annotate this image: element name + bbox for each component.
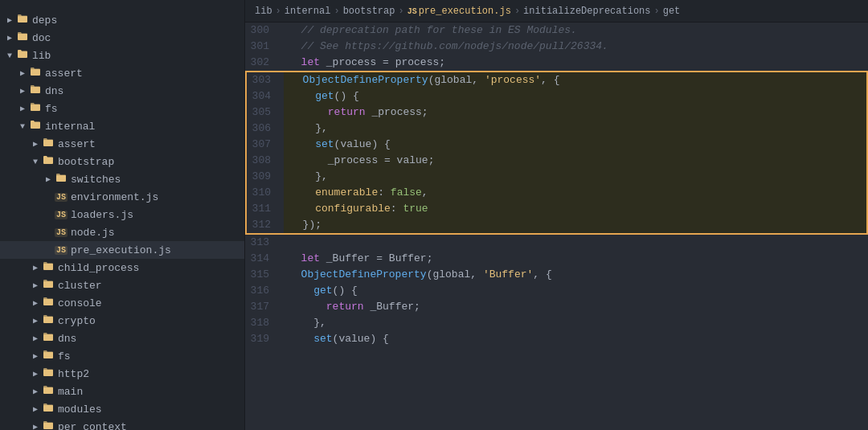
svg-rect-7 (43, 140, 53, 146)
svg-rect-15 (43, 352, 53, 358)
folder-arrow-icon (29, 139, 42, 149)
token-comment: // deprecation path for these in ES Modu… (289, 24, 577, 36)
tree-item-per-context[interactable]: per_context (0, 418, 244, 430)
line-content: }, (284, 169, 866, 185)
folder-icon (42, 313, 55, 328)
token-plain: _Buffer; (364, 301, 420, 313)
file-tree: depsdoclibassertdnsfsinternalassertboots… (0, 11, 244, 430)
folder-arrow-icon (29, 422, 42, 430)
tree-item-main[interactable]: main (0, 383, 244, 400)
folder-icon (29, 101, 42, 116)
tree-item-label: http2 (58, 368, 89, 380)
token-plain: : (391, 203, 403, 215)
svg-rect-4 (31, 87, 40, 93)
svg-rect-14 (43, 334, 53, 341)
folder-icon (42, 260, 55, 275)
line-number: 312 (247, 217, 284, 233)
folder-arrow-icon (42, 174, 55, 184)
tree-item-fs[interactable]: fs (0, 100, 244, 117)
tree-item-label: internal (45, 121, 95, 133)
svg-rect-13 (43, 317, 53, 323)
token-plain: global, (434, 74, 484, 86)
token-plain: _process = process; (320, 56, 445, 68)
breadcrumb-separator: › (398, 6, 403, 17)
code-line: 315 ObjectDefineProperty(global, 'Buffer… (245, 267, 868, 283)
folder-icon (16, 48, 29, 63)
folder-arrow-icon (16, 68, 29, 78)
line-content: get() { (284, 88, 866, 104)
tree-item-http2[interactable]: http2 (0, 365, 244, 383)
token-plain: global, (432, 268, 482, 281)
js-file-icon: JS (55, 227, 68, 237)
code-area[interactable]: 300 // deprecation path for these in ES … (245, 23, 868, 430)
code-line: 319 set(value) { (245, 331, 868, 347)
token-plain: _process; (366, 106, 428, 118)
tree-item-lib-fs[interactable]: fs (0, 347, 244, 365)
code-line: 312 }); (245, 217, 868, 235)
line-content: let _Buffer = Buffer; (282, 251, 868, 267)
folder-arrow-icon (16, 86, 29, 96)
breadcrumb-separator: › (654, 6, 660, 17)
tree-item-lib[interactable]: lib (0, 47, 244, 64)
folder-icon (29, 66, 42, 80)
line-content: enumerable: false, (284, 185, 866, 201)
tree-item-switches[interactable]: switches (0, 170, 244, 188)
tree-item-modules[interactable]: modules (0, 400, 244, 418)
line-number: 304 (247, 88, 284, 104)
line-number: 308 (247, 153, 284, 169)
folder-icon (42, 278, 55, 293)
code-line: 314 let _Buffer = Buffer; (245, 251, 868, 267)
token-value: true (403, 203, 428, 215)
tree-item-bootstrap[interactable]: bootstrap (0, 153, 244, 170)
breadcrumb-folder: internal (285, 6, 331, 17)
folder-icon (42, 154, 55, 169)
token-plain: : (378, 186, 391, 199)
tree-item-node-js[interactable]: JSnode.js (0, 223, 244, 241)
tree-item-deps[interactable]: deps (0, 11, 244, 29)
tree-item-pre-execution-js[interactable]: JSpre_execution.js (0, 241, 244, 259)
svg-rect-16 (43, 370, 53, 376)
tree-item-label: crypto (58, 315, 96, 327)
tree-item-dns[interactable]: dns (0, 82, 244, 100)
tree-item-label: dns (58, 333, 76, 345)
svg-rect-6 (31, 122, 40, 129)
token-comment: // See https://github.com/nodejs/node/pu… (289, 40, 608, 52)
tree-item-lib-dns[interactable]: dns (0, 330, 244, 347)
line-content: return _process; (284, 104, 866, 121)
code-line: 302 let _process = process; (245, 55, 868, 71)
tree-item-label: main (58, 386, 83, 398)
code-line: 317 return _Buffer; (245, 299, 868, 315)
token-plain: , { (541, 74, 559, 86)
token-function: set (290, 138, 334, 150)
tree-item-label: assert (45, 68, 83, 80)
line-number: 319 (245, 331, 282, 347)
tree-item-assert[interactable]: assert (0, 64, 244, 82)
code-line: 300 // deprecation path for these in ES … (245, 23, 868, 39)
code-line: 307 set(value) { (245, 137, 868, 153)
folder-icon (55, 172, 68, 186)
line-number: 301 (245, 39, 282, 55)
tree-item-loaders-js[interactable]: JSloaders.js (0, 206, 244, 223)
line-number: 300 (245, 23, 282, 39)
tree-item-doc[interactable]: doc (0, 29, 244, 47)
tree-item-label: doc (32, 32, 51, 44)
tree-item-cluster[interactable]: cluster (0, 276, 244, 294)
svg-rect-2 (18, 51, 27, 58)
tree-item-label: node.js (71, 227, 115, 239)
editor: lib›internal›bootstrap›JSpre_execution.j… (245, 0, 868, 430)
token-keyword: let (289, 252, 320, 264)
token-plain: }, (289, 317, 326, 329)
line-content: }); (284, 217, 866, 233)
svg-rect-10 (43, 264, 53, 270)
tree-item-child-process[interactable]: child_process (0, 259, 244, 276)
tree-item-internal-assert[interactable]: assert (0, 135, 244, 153)
tree-item-environment-js[interactable]: JSenvironment.js (0, 188, 244, 206)
token-plain: }, (290, 170, 328, 182)
token-punct: () { (334, 90, 359, 102)
tree-item-crypto[interactable]: crypto (0, 312, 244, 330)
tree-item-label: fs (58, 350, 71, 362)
line-content: configurable: true (284, 201, 866, 217)
folder-arrow-icon (3, 33, 16, 43)
tree-item-internal[interactable]: internal (0, 117, 244, 135)
tree-item-console[interactable]: console (0, 294, 244, 312)
